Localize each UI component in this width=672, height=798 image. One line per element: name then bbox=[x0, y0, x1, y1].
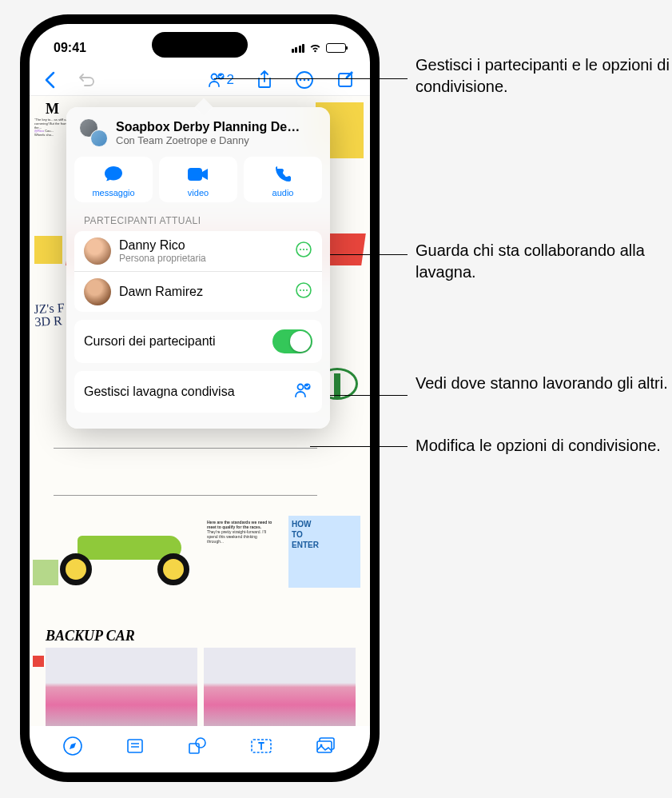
audio-label: audio bbox=[272, 188, 294, 198]
shapes-button[interactable] bbox=[187, 736, 208, 756]
collaborate-button[interactable]: 2 bbox=[208, 71, 234, 89]
svg-rect-8 bbox=[128, 740, 142, 752]
participant-role: Persona proprietaria bbox=[119, 253, 287, 264]
callout-text: Modifica le opzioni di condivisione. bbox=[416, 435, 661, 457]
svg-point-26 bbox=[298, 385, 304, 390]
cursors-toggle-row: Cursori dei partecipanti bbox=[74, 320, 322, 363]
participant-name: Dawn Ramirez bbox=[119, 285, 287, 299]
howto-card: HOW TO ENTER bbox=[288, 516, 360, 588]
canvas-heading: JZ's F3D R bbox=[34, 301, 66, 329]
message-icon bbox=[102, 163, 125, 186]
canvas-photo bbox=[46, 648, 197, 726]
participant-name: Danny Rico bbox=[119, 238, 287, 253]
collaboration-popover: Soapbox Derby Planning De… Con Team Zoet… bbox=[66, 107, 330, 429]
video-button[interactable]: video bbox=[159, 157, 237, 202]
wifi-icon bbox=[308, 43, 322, 54]
callout-line bbox=[310, 446, 408, 447]
callout-text: Guarda chi sta collaborando alla lavagna… bbox=[416, 240, 671, 283]
callout-line bbox=[214, 78, 408, 79]
undo-button[interactable] bbox=[78, 71, 95, 89]
cursors-toggle-switch[interactable] bbox=[272, 329, 312, 353]
derby-car-illustration bbox=[46, 520, 205, 588]
svg-point-12 bbox=[196, 738, 205, 748]
pen-tool-button[interactable] bbox=[62, 736, 83, 756]
svg-point-24 bbox=[303, 289, 304, 291]
manage-shared-board-button[interactable]: Gestisci lavagna condivisa bbox=[74, 371, 322, 413]
sticky-note bbox=[34, 236, 62, 264]
participants-section-label: PARTECIPANTI ATTUALI bbox=[74, 212, 322, 231]
audio-button[interactable]: audio bbox=[244, 157, 322, 202]
canvas-heading: BACKUP CAR bbox=[46, 628, 135, 644]
canvas-photo bbox=[204, 648, 356, 726]
group-avatar-icon bbox=[79, 118, 108, 147]
back-button[interactable] bbox=[44, 71, 55, 89]
canvas-text: Here are the standards we need to meet t… bbox=[207, 520, 275, 544]
svg-rect-11 bbox=[189, 744, 199, 753]
more-button[interactable] bbox=[295, 70, 314, 90]
callout-text: Vedi dove stanno lavorando gli altri. bbox=[416, 373, 668, 394]
dynamic-island bbox=[152, 32, 248, 58]
participant-row[interactable]: Dawn Ramirez bbox=[74, 271, 322, 312]
svg-point-23 bbox=[300, 289, 301, 291]
new-board-button[interactable] bbox=[336, 70, 356, 90]
collaborate-icon bbox=[293, 381, 312, 403]
callout-text: Gestisci i partecipanti e le opzioni di … bbox=[416, 54, 671, 98]
participant-count: 2 bbox=[227, 72, 234, 88]
cursors-toggle-label: Cursori dei partecipanti bbox=[84, 334, 216, 349]
message-label: messaggio bbox=[92, 188, 134, 198]
svg-rect-15 bbox=[317, 741, 332, 752]
video-label: video bbox=[188, 188, 209, 198]
sticky-note bbox=[33, 560, 58, 585]
sticky-note-button[interactable] bbox=[125, 736, 145, 756]
svg-point-19 bbox=[300, 249, 301, 250]
avatar bbox=[84, 278, 111, 305]
phone-frame: 09:41 2 bbox=[20, 14, 380, 782]
board-title: Soapbox Derby Planning De… bbox=[116, 120, 317, 134]
participant-more-button[interactable] bbox=[295, 281, 312, 302]
avatar bbox=[84, 237, 111, 265]
board-subtitle: Con Team Zoetrope e Danny bbox=[116, 134, 317, 146]
battery-icon bbox=[326, 43, 346, 53]
participant-row[interactable]: Danny Rico Persona proprietaria bbox=[74, 231, 322, 271]
popover-header: Soapbox Derby Planning De… Con Team Zoet… bbox=[74, 118, 322, 157]
svg-point-20 bbox=[303, 249, 304, 250]
svg-point-25 bbox=[306, 289, 308, 291]
share-button[interactable] bbox=[256, 70, 272, 90]
cellular-signal-icon bbox=[292, 44, 305, 53]
phone-screen: 09:41 2 bbox=[30, 24, 370, 772]
bottom-toolbar bbox=[30, 726, 370, 766]
message-button[interactable]: messaggio bbox=[74, 157, 153, 202]
canvas-heading: M bbox=[46, 101, 59, 118]
top-toolbar: 2 bbox=[30, 64, 370, 96]
svg-rect-17 bbox=[188, 168, 202, 181]
media-button[interactable] bbox=[315, 736, 337, 756]
manage-label: Gestisci lavagna condivisa bbox=[84, 385, 235, 399]
svg-point-21 bbox=[306, 249, 308, 250]
sticky-note bbox=[33, 656, 44, 667]
text-box-button[interactable] bbox=[249, 736, 273, 756]
canvas-diagram bbox=[54, 448, 317, 496]
participants-list: Danny Rico Persona proprietaria Dawn Ram… bbox=[74, 231, 322, 312]
phone-icon bbox=[272, 163, 294, 186]
participant-more-button[interactable] bbox=[295, 241, 312, 261]
video-icon bbox=[187, 163, 209, 186]
status-time: 09:41 bbox=[54, 41, 86, 55]
